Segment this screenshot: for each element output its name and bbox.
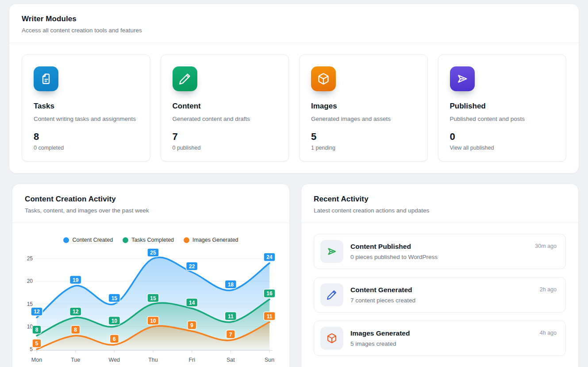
activity-title: Content Generated (350, 286, 415, 294)
svg-text:Thu: Thu (148, 357, 158, 363)
svg-text:22: 22 (189, 263, 195, 270)
module-substat: 0 completed (34, 145, 138, 151)
svg-text:8: 8 (74, 327, 77, 333)
legend-item-tasks-completed[interactable]: Tasks Completed (123, 237, 174, 243)
activity-texts: Content Generated 7 content pieces creat… (350, 286, 415, 304)
module-description: Generated images and assets (311, 115, 416, 123)
recent-activity-subtitle: Latest content creation actions and upda… (314, 207, 566, 214)
legend-item-content-created[interactable]: Content Created (63, 237, 113, 243)
module-title: Content (173, 102, 277, 111)
legend-dot-orange (184, 237, 189, 243)
activity-timestamp: 30m ago (535, 243, 557, 249)
activity-chart-subtitle: Tasks, content, and images over the past… (25, 207, 277, 214)
svg-text:10: 10 (111, 318, 118, 324)
svg-text:11: 11 (267, 313, 273, 320)
svg-text:Sat: Sat (227, 357, 235, 363)
writer-modules-title: Writer Modules (22, 15, 566, 23)
module-title: Images (311, 102, 416, 111)
svg-text:15: 15 (27, 301, 33, 307)
svg-text:25: 25 (150, 250, 156, 256)
activity-texts: Images Generated 5 images created (350, 329, 410, 347)
recent-activity-header: Recent Activity Latest content creation … (301, 184, 578, 223)
send-icon (327, 246, 337, 257)
activity-item-content-generated[interactable]: Content Generated 7 content pieces creat… (314, 277, 566, 313)
legend-dot-green (123, 237, 128, 243)
module-card-published[interactable]: Published Published content and posts 0 … (438, 54, 567, 162)
svg-text:9: 9 (190, 322, 193, 328)
module-substat: 1 pending (311, 145, 416, 151)
module-substat: 0 published (173, 145, 277, 151)
file-icon (40, 73, 52, 85)
activity-title: Images Generated (350, 329, 410, 337)
module-card-images[interactable]: Images Generated images and assets 5 1 p… (299, 54, 428, 162)
svg-text:Tue: Tue (71, 357, 80, 363)
module-cards-row: Tasks Content writing tasks and assignme… (22, 54, 566, 162)
svg-text:Mon: Mon (31, 357, 42, 363)
activity-icon-box (320, 327, 343, 350)
activity-timestamp: 4h ago (540, 330, 557, 336)
activity-title: Content Published (350, 243, 438, 251)
activity-description: 7 content pieces created (350, 297, 415, 304)
svg-text:14: 14 (189, 300, 195, 306)
module-title: Published (450, 102, 555, 111)
tasks-tile (34, 66, 58, 91)
module-card-tasks[interactable]: Tasks Content writing tasks and assignme… (22, 54, 150, 162)
module-description: Content writing tasks and assignments (34, 115, 138, 123)
activity-description: 5 images created (350, 340, 410, 347)
module-title: Tasks (34, 102, 138, 111)
pencil-icon (179, 73, 191, 85)
svg-text:18: 18 (228, 282, 234, 288)
send-icon (456, 73, 469, 85)
svg-text:6: 6 (113, 336, 116, 342)
svg-text:25: 25 (27, 255, 33, 262)
svg-text:10: 10 (150, 318, 156, 324)
svg-text:15: 15 (150, 295, 156, 301)
svg-text:16: 16 (266, 290, 273, 297)
svg-text:Fri: Fri (188, 357, 195, 363)
activity-icon-box (320, 240, 343, 263)
activity-icon-box (320, 283, 343, 306)
activity-item-images-generated[interactable]: Images Generated 5 images created 4h ago (314, 321, 566, 356)
svg-text:19: 19 (73, 277, 79, 283)
svg-text:5: 5 (35, 340, 38, 347)
module-substat: View all published (450, 145, 555, 151)
content-creation-activity-panel: Content Creation Activity Tasks, content… (12, 184, 290, 367)
pencil-icon (327, 290, 337, 300)
module-stat: 5 (311, 131, 416, 143)
writer-modules-subtitle: Access all content creation tools and fe… (22, 27, 566, 34)
cube-icon (317, 73, 330, 85)
svg-text:Sun: Sun (265, 357, 274, 363)
activity-chart-header: Content Creation Activity Tasks, content… (12, 184, 289, 223)
legend-label: Content Created (72, 237, 113, 243)
svg-text:15: 15 (111, 295, 118, 301)
module-stat: 8 (34, 131, 138, 143)
writer-modules-header: Writer Modules Access all content creati… (9, 4, 579, 43)
svg-text:7: 7 (229, 332, 232, 338)
activity-texts: Content Published 0 pieces published to … (350, 243, 438, 260)
module-description: Published content and posts (450, 115, 555, 123)
svg-text:12: 12 (73, 309, 79, 315)
legend-item-images-generated[interactable]: Images Generated (184, 237, 238, 243)
published-tile (450, 66, 475, 91)
svg-text:Wed: Wed (109, 357, 120, 363)
writer-modules-panel: Writer Modules Access all content creati… (9, 4, 579, 174)
legend-label: Tasks Completed (131, 237, 174, 243)
recent-activity-list: Content Published 0 pieces published to … (314, 234, 566, 356)
module-description: Generated content and drafts (173, 115, 277, 123)
activity-item-content-published[interactable]: Content Published 0 pieces published to … (314, 234, 566, 269)
module-card-content[interactable]: Content Generated content and drafts 7 0… (161, 54, 289, 162)
svg-text:5: 5 (30, 346, 33, 352)
module-stat: 0 (450, 131, 555, 143)
module-stat: 7 (173, 131, 277, 143)
recent-activity-title: Recent Activity (314, 195, 566, 204)
activity-description: 0 pieces published to WordPress (350, 254, 438, 260)
activity-area-chart[interactable]: 510152025MonTueWedThuFriSatSun1219152522… (12, 248, 290, 367)
svg-text:24: 24 (266, 254, 273, 260)
legend-label: Images Generated (192, 237, 238, 243)
chart-legend: Content Created Tasks Completed Images G… (12, 236, 289, 243)
content-tile (173, 66, 197, 91)
svg-text:11: 11 (228, 313, 234, 320)
activity-timestamp: 2h ago (540, 286, 557, 293)
legend-dot-blue (63, 237, 69, 243)
cube-icon (327, 333, 337, 344)
